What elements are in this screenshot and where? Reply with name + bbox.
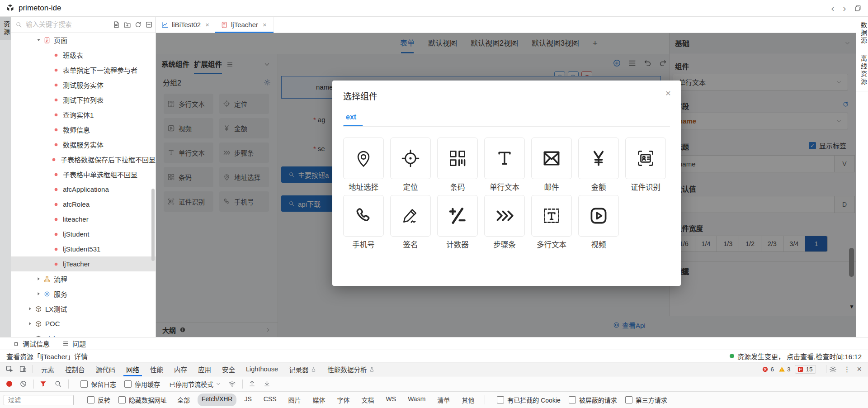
status-left-text[interactable]: 查看资源「ljTeacher」详情 (6, 351, 88, 361)
close-icon[interactable]: × (263, 21, 267, 28)
device-toolbar-icon[interactable] (19, 365, 27, 373)
editor-tab[interactable]: liBiTest02 × (156, 17, 215, 33)
tree-item[interactable]: afcApplicationa (11, 182, 156, 197)
tree-item[interactable]: 班级表 (11, 47, 156, 62)
explorer-scrollbar[interactable] (151, 189, 155, 261)
issues-badge[interactable]: 15 (795, 365, 816, 374)
nav-forward-icon[interactable]: › (839, 3, 850, 14)
devtools-tab[interactable]: 性能数据分析 (322, 362, 380, 376)
tree-item[interactable]: 表单指定下一流程参与者 (11, 62, 156, 77)
devtools-tab[interactable]: 记录器 (283, 362, 322, 376)
collapse-all-icon[interactable] (145, 21, 153, 28)
filter-chip[interactable]: 清单 (433, 394, 454, 406)
throttle-select[interactable]: 已停用节流模式 (169, 380, 221, 389)
devtools-tab[interactable]: 安全 (217, 362, 241, 376)
tree-item[interactable]: 子表格中单选框组不回显 (11, 167, 156, 182)
close-icon[interactable]: × (665, 88, 671, 99)
filter-checkbox[interactable]: 第三方请求 (625, 395, 667, 404)
devtools-tab[interactable]: 应用 (193, 362, 217, 376)
filter-chip[interactable]: 全部 (173, 394, 194, 406)
download-icon[interactable] (263, 380, 271, 388)
search-icon[interactable] (54, 380, 62, 388)
nav-back-icon[interactable]: ‹ (827, 3, 839, 14)
new-folder-icon[interactable] (123, 21, 131, 28)
filter-chip[interactable]: WS (382, 394, 401, 406)
devtools-close-icon[interactable]: × (857, 365, 862, 374)
bottom-tab[interactable]: 调试信息 (13, 339, 50, 348)
close-icon[interactable]: × (205, 21, 209, 28)
devtools-tab[interactable]: 控制台 (60, 362, 90, 376)
filter-chip[interactable]: 其他 (458, 394, 478, 406)
tree-item[interactable]: afcRolea (11, 197, 156, 212)
status-right-text[interactable]: 资源发生变更， 点击查看,检查时间:16:12 (737, 351, 862, 361)
error-badge[interactable]: 6 (762, 366, 774, 373)
devtools-tab[interactable]: 性能 (145, 362, 169, 376)
record-button[interactable] (6, 381, 12, 387)
component-option[interactable]: 证件识别 (625, 138, 666, 192)
component-option[interactable]: 金额 (578, 138, 619, 192)
filter-input[interactable] (7, 396, 70, 404)
settings-gear-icon[interactable] (829, 365, 837, 373)
modal-tab-ext[interactable]: ext (343, 113, 359, 125)
component-option[interactable]: 步骤条 (484, 195, 525, 250)
filter-checkbox[interactable]: 反转 (87, 395, 110, 404)
tree-item[interactable]: LX测试 (11, 301, 156, 316)
component-option[interactable]: 手机号 (343, 195, 384, 250)
filter-chip[interactable]: CSS (259, 394, 281, 406)
component-option[interactable]: 地址选择 (343, 138, 384, 192)
clear-icon[interactable] (19, 380, 27, 388)
component-option[interactable]: 定位 (390, 138, 431, 192)
filter-chip[interactable]: Fetch/XHR (198, 394, 236, 406)
filter-funnel-icon[interactable] (39, 380, 47, 388)
devtools-tab[interactable]: 元素 (36, 362, 60, 376)
tree-item[interactable]: 测试下拉列表 (11, 92, 156, 107)
tree-item[interactable]: 流程 (11, 271, 156, 286)
devtools-tab[interactable]: 网络 (121, 362, 145, 376)
kebab-menu-icon[interactable]: ⋮ (843, 365, 850, 374)
toolbar-checkbox[interactable]: 停用缓存 (124, 380, 160, 389)
tree-item[interactable]: 测试服务实体 (11, 77, 156, 92)
tree-item[interactable]: POC (11, 316, 156, 331)
search-input[interactable] (25, 20, 109, 28)
component-option[interactable]: 多行文本 (531, 195, 572, 250)
tree-item[interactable]: cicla (11, 331, 156, 337)
tree-item[interactable]: 服务 (11, 286, 156, 301)
component-option[interactable]: 计数器 (437, 195, 478, 250)
upload-icon[interactable] (248, 380, 256, 388)
tree-item[interactable]: ljStudent (11, 227, 156, 242)
devtools-tab[interactable]: 源代码 (90, 362, 121, 376)
right-rail-tab[interactable]: 离线资源 (856, 50, 868, 91)
bottom-tab[interactable]: 问题 (62, 339, 86, 348)
warning-badge[interactable]: 3 (778, 366, 791, 373)
component-option[interactable]: 视频 (578, 195, 619, 250)
filter-chip[interactable]: Wasm (404, 394, 429, 406)
inspect-icon[interactable] (5, 365, 14, 373)
component-option[interactable]: 签名 (390, 195, 431, 250)
refresh-icon[interactable] (134, 21, 142, 28)
import-page-icon[interactable] (113, 21, 120, 28)
devtools-tab[interactable]: 内存 (169, 362, 193, 376)
tree-item[interactable]: ljTeacher (11, 256, 156, 271)
right-rail-tab[interactable]: 数据源 (856, 17, 868, 50)
tree-item[interactable]: ljStudent531 (11, 242, 156, 256)
filter-chip[interactable]: 文档 (358, 394, 378, 406)
tree-item[interactable]: 查询实体1 (11, 107, 156, 122)
tree-item[interactable]: 教师信息 (11, 122, 156, 137)
tree-item[interactable]: 数据服务实体 (11, 137, 156, 152)
editor-tab[interactable]: ljTeacher × (215, 17, 274, 33)
devtools-tab[interactable]: Lighthouse (241, 362, 283, 376)
filter-chip[interactable]: 图片 (284, 394, 305, 406)
filter-checkbox[interactable]: 被屏蔽的请求 (569, 395, 617, 404)
component-option[interactable]: 条码 (437, 138, 478, 192)
filter-chip[interactable]: 媒体 (309, 394, 330, 406)
tree-item[interactable]: liteacher (11, 212, 156, 227)
component-option[interactable]: 单行文本 (484, 138, 525, 192)
filter-chip[interactable]: 字体 (333, 394, 354, 406)
tree-item[interactable]: 页面 (11, 33, 156, 47)
filter-chip[interactable]: JS (240, 394, 255, 406)
toolbar-checkbox[interactable]: 保留日志 (80, 380, 116, 389)
wifi-icon[interactable] (228, 380, 236, 388)
tree-item[interactable]: 子表格数据保存后下拉框不回显 (11, 152, 156, 167)
window-restore-icon[interactable] (854, 5, 862, 12)
filter-checkbox[interactable]: 有已拦截的 Cookie (497, 395, 560, 404)
